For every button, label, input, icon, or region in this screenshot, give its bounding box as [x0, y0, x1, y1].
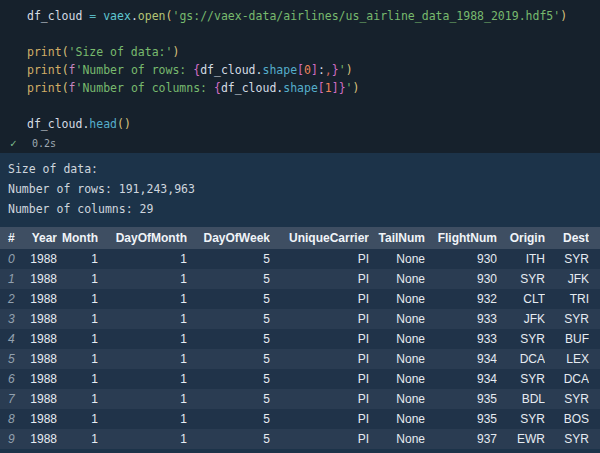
table-header-row: #YearMonthDayOfMonthDayOfWeekUniqueCarri…: [0, 227, 600, 249]
table-cell: 1: [98, 309, 187, 329]
column-header-index: #: [0, 227, 20, 249]
table-row: 61988115PINone934SYRDCA: [0, 369, 600, 389]
table-cell: PI: [270, 369, 369, 389]
table-cell: 1: [57, 289, 98, 309]
code-line: print(f'Number of rows: {df_cloud.shape[…: [0, 61, 600, 79]
table-cell: 1988: [20, 309, 57, 329]
table-cell: JFK: [497, 309, 545, 329]
stdout-line: Number of rows: 191,243,963: [0, 179, 600, 199]
table-cell: 1: [57, 429, 98, 449]
table-cell: 1988: [20, 409, 57, 429]
filler-cell: [589, 349, 600, 369]
table-cell: 5: [187, 409, 270, 429]
table-cell: TRI: [545, 289, 589, 309]
table-cell: 1988: [20, 429, 57, 449]
table-cell: 934: [425, 349, 497, 369]
table-cell: 1: [98, 289, 187, 309]
table-cell: PI: [270, 309, 369, 329]
table-cell: None: [369, 349, 425, 369]
table-cell: SYR: [497, 329, 545, 349]
execution-duration: 0.2s: [32, 138, 56, 149]
table-row: 71988115PINone935BDLSYR: [0, 389, 600, 409]
table-cell: DCA: [497, 349, 545, 369]
column-header-tailnum: TailNum: [369, 227, 425, 249]
table-cell: 1: [57, 329, 98, 349]
table-cell: 1: [98, 409, 187, 429]
row-index-cell: 1: [0, 269, 20, 289]
table-row: 51988115PINone934DCALEX: [0, 349, 600, 369]
table-cell: 1: [57, 349, 98, 369]
table-cell: BDL: [497, 389, 545, 409]
table-cell: SYR: [545, 429, 589, 449]
column-header-flightnum: FlightNum: [425, 227, 497, 249]
filler-cell: [589, 429, 600, 449]
table-cell: 5: [187, 329, 270, 349]
cell-status-bar: ✓ 0.2s: [0, 133, 600, 153]
table-cell: 1: [98, 369, 187, 389]
table-cell: CLT: [497, 289, 545, 309]
table-row: 21988115PINone932CLTTRI: [0, 289, 600, 309]
table-cell: 1988: [20, 249, 57, 269]
table-cell: SYR: [497, 269, 545, 289]
table-cell: 937: [425, 429, 497, 449]
row-index-cell: 9: [0, 429, 20, 449]
table-cell: 1: [57, 389, 98, 409]
filler-cell: [589, 269, 600, 289]
table-cell: DCA: [545, 369, 589, 389]
table-cell: 1: [98, 269, 187, 289]
row-index-cell: 4: [0, 329, 20, 349]
table-row: 91988115PINone937EWRSYR: [0, 429, 600, 449]
execution-success-icon: ✓: [10, 137, 24, 150]
table-cell: 1: [57, 409, 98, 429]
column-header-origin: Origin: [497, 227, 545, 249]
table-cell: 935: [425, 409, 497, 429]
code-line: df_cloud = vaex.open('gs://vaex-data/air…: [0, 7, 600, 25]
stdout-line: Number of columns: 29: [0, 199, 600, 219]
row-index-cell: 6: [0, 369, 20, 389]
table-cell: PI: [270, 249, 369, 269]
table-cell: 1988: [20, 349, 57, 369]
table-cell: 1988: [20, 369, 57, 389]
dataframe-table: #YearMonthDayOfMonthDayOfWeekUniqueCarri…: [0, 227, 600, 449]
table-cell: 1: [57, 309, 98, 329]
table-cell: 1: [98, 249, 187, 269]
table-cell: 1: [57, 269, 98, 289]
table-cell: 5: [187, 389, 270, 409]
table-cell: SYR: [497, 409, 545, 429]
table-row: 31988115PINone933JFKSYR: [0, 309, 600, 329]
table-cell: None: [369, 269, 425, 289]
column-header-dayofmonth: DayOfMonth: [98, 227, 187, 249]
table-cell: PI: [270, 389, 369, 409]
column-header-month: Month: [57, 227, 98, 249]
notebook-code-cell: df_cloud = vaex.open('gs://vaex-data/air…: [0, 0, 600, 153]
cell-output: Size of data:Number of rows: 191,243,963…: [0, 153, 600, 449]
table-cell: 1988: [20, 329, 57, 349]
table-cell: SYR: [545, 309, 589, 329]
table-cell: 1988: [20, 269, 57, 289]
table-cell: 1: [98, 329, 187, 349]
table-cell: 5: [187, 429, 270, 449]
table-cell: None: [369, 369, 425, 389]
table-cell: 1988: [20, 389, 57, 409]
stdout-output: Size of data:Number of rows: 191,243,963…: [0, 159, 600, 219]
table-cell: None: [369, 389, 425, 409]
table-cell: PI: [270, 409, 369, 429]
code-editor[interactable]: df_cloud = vaex.open('gs://vaex-data/air…: [0, 7, 600, 133]
table-cell: 1: [98, 349, 187, 369]
table-cell: 930: [425, 269, 497, 289]
table-cell: EWR: [497, 429, 545, 449]
table-cell: 935: [425, 389, 497, 409]
table-cell: PI: [270, 289, 369, 309]
row-index-cell: 0: [0, 249, 20, 269]
table-cell: SYR: [545, 389, 589, 409]
table-cell: 1: [57, 369, 98, 389]
row-index-cell: 8: [0, 409, 20, 429]
table-cell: 1: [98, 429, 187, 449]
table-cell: 933: [425, 309, 497, 329]
column-header-year: Year: [20, 227, 57, 249]
table-cell: BOS: [545, 409, 589, 429]
table-row: 41988115PINone933SYRBUF: [0, 329, 600, 349]
row-index-cell: 5: [0, 349, 20, 369]
table-cell: 934: [425, 369, 497, 389]
table-cell: SYR: [497, 369, 545, 389]
